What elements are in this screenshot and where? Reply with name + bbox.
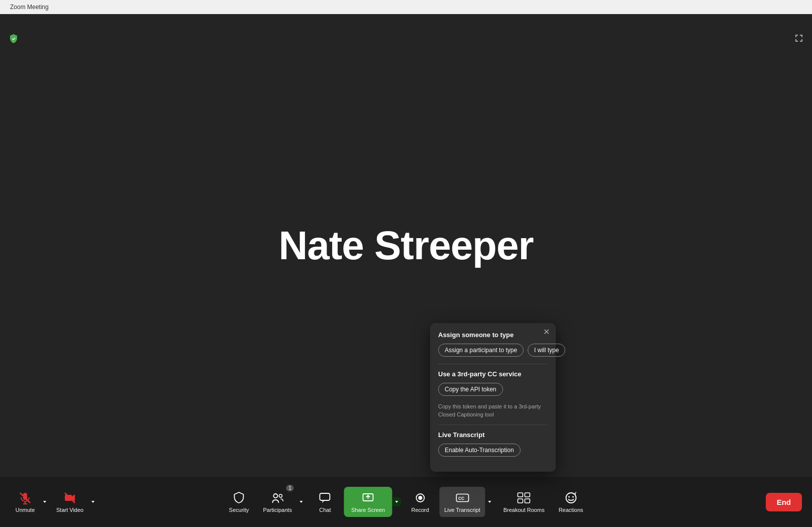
popup-assign-title: Assign someone to type xyxy=(438,331,548,339)
mic-muted-icon xyxy=(18,491,32,505)
breakout-rooms-icon xyxy=(517,491,531,505)
svg-rect-8 xyxy=(320,493,330,500)
breakout-rooms-label: Breakout Rooms xyxy=(503,507,545,513)
toolbar-right: End xyxy=(766,493,802,511)
participants-group: 1 Participants xyxy=(258,487,306,517)
start-video-button[interactable]: Start Video xyxy=(51,487,88,517)
start-video-label: Start Video xyxy=(56,507,83,513)
end-button[interactable]: End xyxy=(766,493,802,511)
unmute-label: Unmute xyxy=(16,507,35,513)
share-screen-label: Share Screen xyxy=(351,507,385,513)
popup-assign-buttons: Assign a participant to type I will type xyxy=(438,344,548,357)
svg-point-6 xyxy=(273,494,277,498)
security-label: Security xyxy=(229,507,249,513)
svg-point-21 xyxy=(572,496,574,498)
reactions-icon xyxy=(564,491,578,505)
participants-chevron[interactable] xyxy=(297,497,306,506)
share-screen-button[interactable]: Share Screen xyxy=(344,487,392,517)
i-will-type-button[interactable]: I will type xyxy=(528,344,565,357)
svg-rect-17 xyxy=(518,499,523,503)
popup-live-transcript-title: Live Transcript xyxy=(438,431,548,439)
share-screen-group: Share Screen xyxy=(344,487,401,517)
shield-icon xyxy=(8,33,19,44)
popup-divider-1 xyxy=(438,364,548,364)
live-transcript-group: CC Live Transcript xyxy=(439,487,494,517)
svg-text:CC: CC xyxy=(458,496,464,501)
share-screen-icon xyxy=(361,491,375,505)
svg-point-12 xyxy=(418,496,422,500)
popup-cc-buttons: Copy the API token xyxy=(438,383,548,396)
meeting-area: Nate Streeper xyxy=(0,14,812,477)
svg-point-7 xyxy=(279,494,282,497)
toolbar-center: Security 1 Participants xyxy=(224,487,588,517)
record-icon xyxy=(413,491,427,505)
popup-live-transcript-buttons: Enable Auto-Transcription xyxy=(438,444,548,457)
unmute-chevron[interactable] xyxy=(40,497,49,506)
live-transcript-chevron[interactable] xyxy=(485,497,494,506)
chat-button[interactable]: Chat xyxy=(310,487,340,517)
unmute-button[interactable]: Unmute xyxy=(10,487,40,517)
live-transcript-label: Live Transcript xyxy=(444,507,480,513)
svg-rect-16 xyxy=(525,493,530,497)
unmute-group: Unmute xyxy=(10,487,49,517)
cc-icon: CC xyxy=(455,491,469,505)
popup-divider-2 xyxy=(438,425,548,425)
svg-rect-18 xyxy=(525,499,530,503)
record-label: Record xyxy=(411,507,429,513)
record-button[interactable]: Record xyxy=(405,487,435,517)
video-off-icon xyxy=(63,491,77,505)
chat-icon xyxy=(318,491,332,505)
popup-close-button[interactable]: ✕ xyxy=(543,328,550,336)
enable-auto-transcription-button[interactable]: Enable Auto-Transcription xyxy=(438,444,521,457)
video-chevron[interactable] xyxy=(88,497,97,506)
popup-cc-title: Use a 3rd-party CC service xyxy=(438,370,548,378)
title-bar: Zoom Meeting xyxy=(0,0,812,14)
participants-count: 1 xyxy=(286,485,294,491)
security-icon xyxy=(232,491,246,505)
share-screen-chevron[interactable] xyxy=(392,497,401,506)
assign-participant-button[interactable]: Assign a participant to type xyxy=(438,344,524,357)
participants-button[interactable]: 1 Participants xyxy=(258,487,296,517)
svg-rect-15 xyxy=(518,493,523,497)
security-button[interactable]: Security xyxy=(224,487,254,517)
popup-helper-text: Copy this token and paste it to a 3rd-pa… xyxy=(438,403,548,418)
toolbar-left: Unmute Start Video xyxy=(10,487,97,517)
participants-icon xyxy=(270,491,284,505)
reactions-button[interactable]: Reactions xyxy=(554,487,588,517)
chat-label: Chat xyxy=(319,507,331,513)
speaker-name: Nate Streeper xyxy=(278,223,533,269)
expand-icon[interactable] xyxy=(794,33,804,43)
copy-api-token-button[interactable]: Copy the API token xyxy=(438,383,503,396)
start-video-group: Start Video xyxy=(51,487,97,517)
svg-point-20 xyxy=(568,496,570,498)
reactions-label: Reactions xyxy=(559,507,583,513)
live-transcript-popup: ✕ Assign someone to type Assign a partic… xyxy=(430,323,556,472)
toolbar: Unmute Start Video xyxy=(0,477,812,527)
breakout-rooms-button[interactable]: Breakout Rooms xyxy=(498,487,550,517)
participants-label: Participants xyxy=(263,507,291,513)
title-bar-text: Zoom Meeting xyxy=(10,4,49,11)
live-transcript-button[interactable]: CC Live Transcript xyxy=(439,487,485,517)
